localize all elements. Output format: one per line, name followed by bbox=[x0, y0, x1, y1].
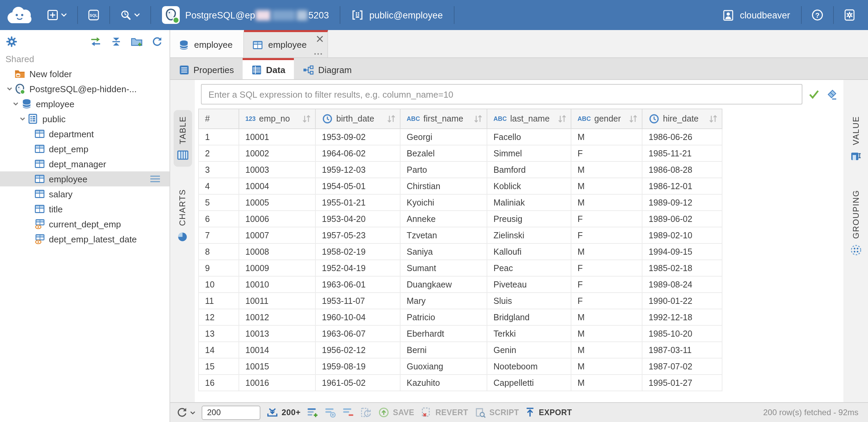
sidebar-settings-icon[interactable] bbox=[5, 36, 18, 48]
data-cell[interactable]: 10009 bbox=[239, 260, 316, 277]
column-header-emp_no[interactable]: 123emp_no bbox=[239, 109, 316, 129]
data-cell[interactable]: Bamford bbox=[487, 162, 571, 178]
tree-item-salary[interactable]: salary bbox=[0, 186, 169, 201]
sort-icon[interactable] bbox=[628, 114, 638, 124]
clear-filter-icon[interactable] bbox=[826, 88, 837, 100]
export-button[interactable]: EXPORT bbox=[525, 407, 572, 418]
row-number-cell[interactable]: 12 bbox=[198, 309, 239, 326]
data-cell[interactable]: 10002 bbox=[239, 145, 316, 162]
data-cell[interactable]: Sluis bbox=[487, 293, 571, 309]
data-cell[interactable]: 1995-01-27 bbox=[642, 375, 722, 391]
chevron-down-icon[interactable] bbox=[11, 100, 21, 107]
connection-selector[interactable]: PostgreSQL@ep 5203 bbox=[155, 6, 336, 24]
settings-button[interactable] bbox=[838, 5, 861, 25]
sort-icon[interactable] bbox=[473, 114, 483, 124]
tree-item-public[interactable]: public bbox=[0, 111, 169, 126]
data-cell[interactable]: 1987-07-02 bbox=[642, 358, 722, 375]
data-cell[interactable]: Tzvetan bbox=[401, 227, 487, 244]
data-cell[interactable]: 10010 bbox=[239, 277, 316, 293]
data-cell[interactable]: Berni bbox=[401, 342, 487, 358]
data-cell[interactable]: M bbox=[571, 129, 642, 145]
data-cell[interactable]: Bezalel bbox=[401, 145, 487, 162]
data-cell[interactable]: 10006 bbox=[239, 211, 316, 227]
data-cell[interactable]: 1959-08-19 bbox=[316, 358, 401, 375]
data-cell[interactable]: M bbox=[571, 244, 642, 260]
data-cell[interactable]: M bbox=[571, 326, 642, 342]
data-cell[interactable]: Guoxiang bbox=[401, 358, 487, 375]
row-number-cell[interactable]: 1 bbox=[198, 129, 239, 145]
fetch-next-page-button[interactable]: 200+ bbox=[267, 407, 301, 418]
chevron-down-icon[interactable] bbox=[17, 115, 27, 122]
data-cell[interactable]: 1992-12-18 bbox=[642, 309, 722, 326]
data-cell[interactable]: 1989-06-02 bbox=[642, 211, 722, 227]
data-cell[interactable]: 1963-06-01 bbox=[316, 277, 401, 293]
data-cell[interactable]: Cappelletti bbox=[487, 375, 571, 391]
data-cell[interactable]: 1986-08-28 bbox=[642, 162, 722, 178]
tab-employee-database[interactable]: employee bbox=[170, 30, 244, 57]
row-number-cell[interactable]: 11 bbox=[198, 293, 239, 309]
duplicate-row-button[interactable] bbox=[325, 407, 336, 418]
row-number-cell[interactable]: 6 bbox=[198, 211, 239, 227]
sort-icon[interactable] bbox=[708, 114, 718, 124]
sync-connection-icon[interactable] bbox=[90, 36, 102, 47]
data-cell[interactable]: 1959-12-03 bbox=[316, 162, 401, 178]
data-cell[interactable]: 1986-12-01 bbox=[642, 178, 722, 195]
fetch-size-input[interactable] bbox=[202, 405, 260, 420]
close-tab-icon[interactable] bbox=[316, 35, 324, 43]
tree-item-new-folder[interactable]: New folder bbox=[0, 66, 169, 81]
row-number-cell[interactable]: 7 bbox=[198, 227, 239, 244]
tab-diagram[interactable]: Diagram bbox=[294, 58, 361, 79]
data-cell[interactable]: 1953-11-07 bbox=[316, 293, 401, 309]
presentation-tab-charts[interactable]: CHARTS bbox=[174, 183, 191, 249]
row-number-cell[interactable]: 9 bbox=[198, 260, 239, 277]
data-cell[interactable]: Mary bbox=[401, 293, 487, 309]
new-folder-icon[interactable] bbox=[131, 36, 143, 47]
data-cell[interactable]: 10003 bbox=[239, 162, 316, 178]
data-cell[interactable]: 10013 bbox=[239, 326, 316, 342]
data-cell[interactable]: 10001 bbox=[239, 129, 316, 145]
data-cell[interactable]: Patricio bbox=[401, 309, 487, 326]
data-cell[interactable]: M bbox=[571, 178, 642, 195]
presentation-tab-table[interactable]: TABLE bbox=[173, 110, 192, 167]
data-cell[interactable]: 10012 bbox=[239, 309, 316, 326]
apply-filter-icon[interactable] bbox=[808, 89, 820, 100]
data-cell[interactable]: Maliniak bbox=[487, 195, 571, 211]
data-cell[interactable]: 1963-06-07 bbox=[316, 326, 401, 342]
row-number-cell[interactable]: 5 bbox=[198, 195, 239, 211]
data-cell[interactable]: 1986-06-26 bbox=[642, 129, 722, 145]
new-object-button[interactable] bbox=[41, 5, 73, 25]
tree-item-employee[interactable]: employee bbox=[0, 96, 169, 111]
script-button[interactable]: SCRIPT bbox=[474, 407, 519, 418]
data-cell[interactable]: Nooteboom bbox=[487, 358, 571, 375]
data-cell[interactable]: 1990-01-22 bbox=[642, 293, 722, 309]
data-cell[interactable]: 1989-08-24 bbox=[642, 277, 722, 293]
refresh-tree-icon[interactable] bbox=[152, 36, 163, 47]
row-number-cell[interactable]: 3 bbox=[198, 162, 239, 178]
data-cell[interactable]: 1985-11-21 bbox=[642, 145, 722, 162]
data-cell[interactable]: 10014 bbox=[239, 342, 316, 358]
data-cell[interactable]: M bbox=[571, 375, 642, 391]
panel-tab-value[interactable]: VALUE bbox=[846, 110, 865, 168]
data-cell[interactable]: 1994-09-15 bbox=[642, 244, 722, 260]
row-number-cell[interactable]: 4 bbox=[198, 178, 239, 195]
sort-icon[interactable] bbox=[557, 114, 567, 124]
row-number-cell[interactable]: 16 bbox=[198, 375, 239, 391]
column-header-first_name[interactable]: ABCfirst_name bbox=[401, 109, 487, 129]
data-cell[interactable]: Simmel bbox=[487, 145, 571, 162]
column-header-birth_date[interactable]: birth_date bbox=[316, 109, 401, 129]
row-number-cell[interactable]: 8 bbox=[198, 244, 239, 260]
data-cell[interactable]: Kazuhito bbox=[401, 375, 487, 391]
data-cell[interactable]: 1955-01-21 bbox=[316, 195, 401, 211]
data-cell[interactable]: F bbox=[571, 145, 642, 162]
tree-item-employee[interactable]: employee bbox=[0, 171, 169, 186]
row-number-cell[interactable]: 14 bbox=[198, 342, 239, 358]
save-button[interactable]: SAVE bbox=[378, 407, 415, 418]
data-cell[interactable]: Eberhardt bbox=[401, 326, 487, 342]
data-cell[interactable]: M bbox=[571, 309, 642, 326]
row-number-cell[interactable]: 10 bbox=[198, 277, 239, 293]
column-header-hire_date[interactable]: hire_date bbox=[642, 109, 722, 129]
data-cell[interactable]: 1989-09-12 bbox=[642, 195, 722, 211]
data-cell[interactable]: 1956-02-12 bbox=[316, 342, 401, 358]
data-cell[interactable]: Koblick bbox=[487, 178, 571, 195]
data-cell[interactable]: Georgi bbox=[401, 129, 487, 145]
